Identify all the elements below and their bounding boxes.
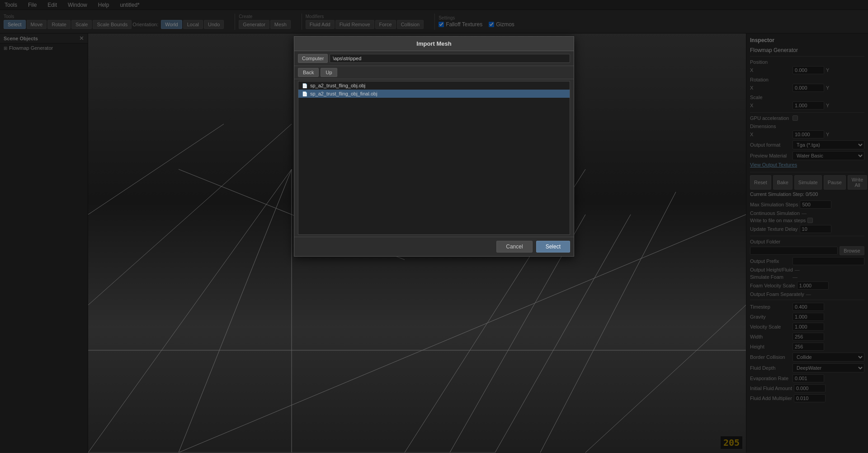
- dialog-title: Import Mesh: [294, 37, 574, 51]
- path-display: \aps\stripped: [330, 54, 570, 63]
- up-button[interactable]: Up: [321, 68, 337, 77]
- file-list[interactable]: 📄 sp_a2_trust_fling_obj.obj 📄 sp_a2_trus…: [298, 81, 570, 235]
- location-label: Computer: [298, 54, 328, 63]
- file-name-1: sp_a2_trust_fling_obj.obj: [310, 83, 365, 88]
- back-button[interactable]: Back: [298, 68, 319, 77]
- file-icon-2: 📄: [302, 91, 307, 96]
- file-item-2[interactable]: 📄 sp_a2_trust_fling_obj_final.obj: [298, 90, 570, 98]
- file-name-2: sp_a2_trust_fling_obj_final.obj: [310, 91, 377, 96]
- cancel-button[interactable]: Cancel: [496, 241, 532, 253]
- dialog-footer: Cancel Select: [294, 237, 574, 256]
- dialog-nav: Back Up: [294, 66, 574, 79]
- select-button[interactable]: Select: [536, 241, 570, 253]
- file-icon-1: 📄: [302, 83, 307, 88]
- modal-overlay: Import Mesh Computer \aps\stripped Back …: [0, 0, 868, 453]
- import-dialog: Import Mesh Computer \aps\stripped Back …: [294, 36, 574, 257]
- file-item-1[interactable]: 📄 sp_a2_trust_fling_obj.obj: [298, 81, 570, 90]
- dialog-path-bar: Computer \aps\stripped: [294, 51, 574, 66]
